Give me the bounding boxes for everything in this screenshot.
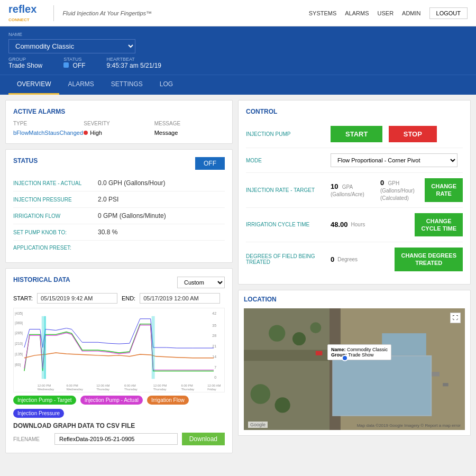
alarm-severity: High <box>84 130 154 136</box>
svg-text:Thursday: Thursday <box>181 388 194 391</box>
legend-label-0: Injection Pump - Target <box>17 397 72 403</box>
svg-text:Thursday: Thursday <box>96 388 109 391</box>
svg-text:12:00 AM: 12:00 AM <box>96 384 109 387</box>
alarm-type-link[interactable]: bFlowMatchStausChanged <box>13 130 83 136</box>
mode-select[interactable]: Flow Proportional - Corner Pivot Flow Pr… <box>331 153 457 167</box>
svg-rect-45 <box>316 351 323 355</box>
legend-label-3: Injection Pressure <box>17 410 60 416</box>
svg-point-39 <box>292 332 306 345</box>
svg-rect-43 <box>432 372 440 376</box>
degrees-unit: Degrees <box>337 257 358 262</box>
svg-text:|135|: |135| <box>15 352 23 356</box>
map-expand-button[interactable]: ⛶ <box>450 313 461 323</box>
logo-main: reflex <box>8 3 36 15</box>
main-content: ACTIVE ALARMS TYPE SEVERITY MESSAGE bFlo… <box>0 95 476 459</box>
svg-text:12:00 PM: 12:00 PM <box>38 384 51 387</box>
filename-input[interactable] <box>54 433 178 445</box>
hist-header: HISTORICAL DATA Custom Last Hour Last Da… <box>13 276 225 289</box>
chart-legend: Injection Pump - Target Injection Pump -… <box>13 396 225 418</box>
legend-irrigation-flow: Irrigation Flow <box>147 396 189 405</box>
map-google-label: Google <box>248 422 268 428</box>
active-alarms-card: ACTIVE ALARMS TYPE SEVERITY MESSAGE bFlo… <box>5 100 233 144</box>
status-card: STATUS OFF INJECTION RATE - ACTUAL 0.0 G… <box>5 149 233 263</box>
svg-text:Friday: Friday <box>207 388 216 391</box>
alarm-type[interactable]: bFlowMatchStausChanged <box>13 130 84 136</box>
name-label: NAME <box>8 32 468 37</box>
historical-data-card: HISTORICAL DATA Custom Last Hour Last Da… <box>5 268 233 453</box>
status-title: STATUS <box>13 157 38 164</box>
degrees-value: 0 Degrees CHANGE DEGREESTREATED <box>331 248 463 271</box>
hist-title: HISTORICAL DATA <box>13 276 70 283</box>
svg-text:12:00 PM: 12:00 PM <box>153 384 167 387</box>
nav-admin[interactable]: ADMIN <box>402 10 420 16</box>
status-dot <box>63 62 69 68</box>
tab-log[interactable]: LOG <box>151 75 181 95</box>
svg-text:28: 28 <box>212 334 216 337</box>
svg-text:|435|: |435| <box>15 312 23 316</box>
status-value-1: 2.0 PSI <box>98 196 118 203</box>
end-date-input[interactable] <box>140 293 220 304</box>
nav-systems[interactable]: SYSTEMS <box>309 10 337 16</box>
nav-user[interactable]: USER <box>378 10 394 16</box>
injection-rate-row: INJECTION RATE - TARGET 10 GPA(Gallons/A… <box>246 173 463 208</box>
status-row-0: INJECTION RATE - ACTUAL 0.0 GPH (Gallons… <box>13 175 225 191</box>
status-label: STATUS <box>63 57 85 62</box>
chart-svg: |435| |360| |285| |210| |135| |60| 42 35… <box>14 308 224 392</box>
svg-text:|285|: |285| <box>15 331 23 335</box>
stop-button[interactable]: STOP <box>389 126 437 142</box>
degrees-row: DEGREES OF FIELD BEING TREATED 0 Degrees… <box>246 242 463 277</box>
legend-label-1: Injection Pump - Actual <box>85 397 139 403</box>
sub-nav: OVERVIEW ALARMS SETTINGS LOG <box>0 75 476 95</box>
svg-text:Thursday: Thursday <box>124 388 138 391</box>
svg-text:12:00 AM: 12:00 AM <box>207 384 221 387</box>
download-button[interactable]: Download <box>182 433 225 445</box>
heartbeat-value: 9:45:37 am 5/21/19 <box>107 62 161 69</box>
nav-alarms[interactable]: ALARMS <box>345 10 369 16</box>
location-title: LOCATION <box>244 296 465 303</box>
logout-button[interactable]: LOGOUT <box>429 7 468 19</box>
hist-preset-select[interactable]: Custom Last Hour Last Day Last Week <box>177 277 225 288</box>
tab-settings[interactable]: SETTINGS <box>103 75 151 95</box>
svg-text:42: 42 <box>212 312 216 315</box>
status-label-1: INJECTION PRESSURE <box>13 197 98 203</box>
svg-text:6:00 PM: 6:00 PM <box>67 384 78 387</box>
alarm-col-severity: SEVERITY <box>84 121 154 126</box>
tab-overview[interactable]: OVERVIEW <box>8 75 59 95</box>
rate-calc-unit: GPH(Gallons/Hour)(Calculated) <box>380 180 415 201</box>
status-value: OFF <box>63 62 85 69</box>
logo-connect: CONNECT <box>8 17 30 22</box>
cycle-num: 48.00 <box>331 221 348 228</box>
status-meta: STATUS OFF <box>63 57 85 69</box>
alarm-col-type: TYPE <box>13 121 84 126</box>
sub-nav-inner: OVERVIEW ALARMS SETTINGS LOG <box>0 75 476 95</box>
map-container: Name: Commodity Classic Group: Trade Sho… <box>244 308 465 430</box>
system-name-select[interactable]: Commodity Classic <box>8 39 135 53</box>
header-divider <box>53 5 54 21</box>
legend-injection-pressure: Injection Pressure <box>13 409 64 418</box>
cycle-unit: Hours <box>351 222 365 227</box>
rate-calc-box: 0 GPH(Gallons/Hour)(Calculated) <box>380 179 415 202</box>
tab-alarms[interactable]: ALARMS <box>59 75 102 95</box>
change-cycle-button[interactable]: CHANGECYCLE TIME <box>415 213 463 237</box>
svg-text:|360|: |360| <box>15 321 23 325</box>
start-button[interactable]: START <box>331 126 382 142</box>
map-tooltip: Name: Commodity Classic Group: Trade Sho… <box>327 344 391 360</box>
svg-rect-44 <box>443 383 448 386</box>
end-label: END: <box>122 295 135 301</box>
logo: reflex CONNECT <box>8 3 36 23</box>
date-row: START: END: <box>13 293 225 304</box>
off-button[interactable]: OFF <box>195 157 225 170</box>
start-date-input[interactable] <box>37 293 117 304</box>
heartbeat-label: HEARTBEAT <box>107 57 161 62</box>
map-svg <box>244 308 465 430</box>
change-degrees-button[interactable]: CHANGE DEGREESTREATED <box>395 248 463 271</box>
mode-select-container: Flow Proportional - Corner Pivot Flow Pr… <box>331 153 463 167</box>
rate-calc-num: 0 <box>380 179 384 187</box>
legend-injection-actual: Injection Pump - Actual <box>80 396 143 405</box>
change-rate-button[interactable]: CHANGERATE <box>425 178 463 202</box>
system-bar: NAME Commodity Classic GROUP Trade Show … <box>0 26 476 75</box>
alarm-message: Message <box>154 130 225 136</box>
tooltip-name-label: Name: <box>331 347 346 352</box>
status-label-3: SET PUMP KNOB TO: <box>13 230 98 235</box>
mode-label: MODE <box>246 158 331 163</box>
